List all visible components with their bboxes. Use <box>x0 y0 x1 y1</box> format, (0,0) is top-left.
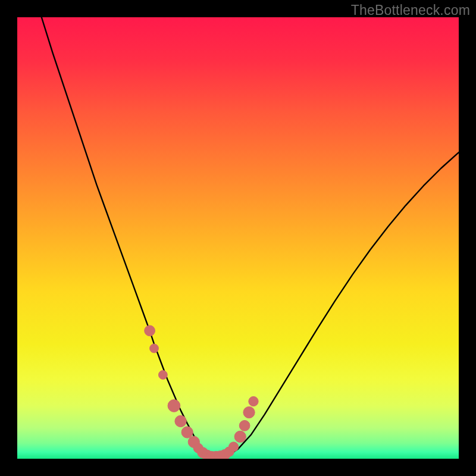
plot-area <box>17 17 459 459</box>
data-marker <box>158 371 167 380</box>
watermark-text: TheBottleneck.com <box>351 2 470 18</box>
data-marker <box>249 396 258 406</box>
gradient-background <box>17 17 459 459</box>
data-marker <box>228 442 238 452</box>
data-marker <box>239 420 250 431</box>
data-marker <box>175 415 186 427</box>
chart-svg <box>17 17 459 459</box>
data-marker <box>181 427 193 438</box>
data-marker <box>150 344 159 353</box>
data-marker <box>145 325 155 336</box>
chart-stage: TheBottleneck.com <box>0 0 476 476</box>
data-marker <box>234 431 246 442</box>
data-marker <box>243 406 255 418</box>
data-marker <box>168 400 180 412</box>
